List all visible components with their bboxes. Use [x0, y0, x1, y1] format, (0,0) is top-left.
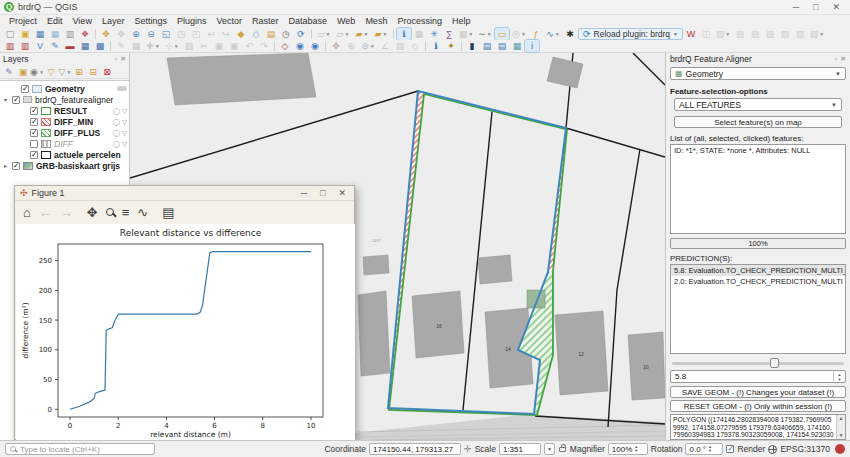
scale-lock-icon[interactable] [559, 447, 566, 452]
save-edits-icon[interactable]: ▦ [129, 40, 143, 52]
pan-to-selection-icon[interactable]: ✥ [114, 28, 128, 40]
reload-plugin-button[interactable]: ⟳Reload plugin: brdrq▼ [578, 28, 683, 40]
figure-titlebar[interactable]: ✣ Figure 1 ─ □ ✕ [15, 186, 354, 201]
temporal-controller-icon[interactable]: ◷ [279, 28, 293, 40]
expand-all-icon[interactable]: ⊞ [73, 66, 85, 78]
manage-map-themes-icon[interactable]: ◉▼ [31, 66, 43, 78]
slider-handle[interactable] [770, 358, 779, 368]
delete-selected-icon[interactable]: ▨ [182, 40, 196, 52]
edit-tool-e-icon[interactable]: ▨ [793, 28, 807, 40]
info-checked-icon[interactable]: i [525, 40, 539, 52]
reshape-icon[interactable]: ∠ [378, 40, 392, 52]
layer-visibility-checkbox[interactable] [30, 140, 38, 148]
features-combo[interactable]: ALL FEATURES ▼ [674, 98, 842, 111]
prediction-slider[interactable] [672, 357, 844, 369]
annotation-pen-icon[interactable]: ✎ [48, 40, 62, 52]
redo-icon[interactable]: ↷ [257, 40, 271, 52]
customize-icon[interactable]: ∿ [137, 206, 148, 219]
profile-plot-icon[interactable]: ∿▼ [544, 28, 562, 40]
menu-database[interactable]: Database [284, 16, 333, 26]
blue-table-a-icon[interactable]: ▤ [480, 40, 494, 52]
menu-view[interactable]: View [68, 16, 97, 26]
rotation-spin[interactable]: 0.0 °▲▼ [685, 443, 723, 455]
history-icon[interactable]: ▧▼ [714, 28, 732, 40]
menu-layer[interactable]: Layer [97, 16, 130, 26]
paste-features-icon[interactable]: ▣ [227, 40, 241, 52]
render-checkbox[interactable] [726, 445, 734, 453]
menu-project[interactable]: Project [4, 16, 42, 26]
menu-mesh[interactable]: Mesh [360, 16, 392, 26]
prediction-list-item[interactable]: 2.0: Evaluation.TO_CHECK_PREDICTION_MULT… [671, 276, 845, 287]
layer-row-diff-min[interactable]: DIFF_MIN◯▽ [0, 116, 129, 127]
coordinate-input[interactable]: 174150.44, 179313.27 [369, 443, 461, 455]
open-layer-styling-icon[interactable]: ✎ [3, 66, 15, 78]
magnifier-spin[interactable]: 100%▲▼ [608, 443, 648, 455]
zoom-out-icon[interactable]: ⊖ [144, 28, 158, 40]
layer-row-diff[interactable]: DIFF◯▽ [0, 138, 129, 149]
debug-icon[interactable]: ✱ [563, 28, 577, 40]
panel-undock-icon[interactable]: ▫ [115, 55, 117, 63]
pan-map-icon[interactable]: ✥ [99, 28, 113, 40]
expander-icon[interactable]: ▾ [2, 96, 9, 103]
wkt-scrollbar[interactable]: ▲▼ [836, 415, 845, 439]
features-list[interactable]: ID: *1*, STATE: *none *, Attributes: NUL… [670, 144, 846, 234]
layer-visibility-checkbox[interactable] [30, 151, 38, 159]
minimize-icon[interactable]: ─ [793, 2, 799, 12]
panel-close-icon[interactable]: ✕ [840, 55, 846, 63]
predictions-list[interactable]: 5.8: Evaluation.TO_CHECK_PREDICTION_MULT… [670, 264, 846, 354]
figure-minimize-icon[interactable]: ─ [301, 188, 307, 198]
layer-row-result[interactable]: RESULT◯▽ [0, 105, 129, 116]
menu-raster[interactable]: Raster [247, 16, 284, 26]
new-bookmark-icon[interactable]: ◆ [234, 28, 248, 40]
layer-row-grb-basiskaart-grijs[interactable]: ▸GRB-basiskaart grijs [0, 160, 129, 171]
close-icon[interactable]: ✕ [832, 2, 840, 12]
add-raster-layer-icon[interactable]: ▰▼ [372, 28, 390, 40]
wkt-textarea[interactable]: POLYGON ((174146.28028394008 179382.7969… [670, 414, 846, 440]
edit-tool-a-icon[interactable]: ▧ [733, 28, 747, 40]
edit-tool-f-icon[interactable]: ▧▼ [808, 28, 826, 40]
processing-model-icon[interactable]: ◫ [699, 28, 713, 40]
save-geom-button[interactable]: SAVE GEOM - (!) Changes your dataset (!) [670, 386, 846, 398]
identify-features-icon[interactable]: ℹ [397, 28, 411, 40]
layer-row-geometry[interactable]: Geometry [0, 83, 129, 94]
edit-tool-b-icon[interactable]: ▧ [748, 28, 762, 40]
figure-canvas[interactable]: 0246810050100150200250Relevant distance … [16, 224, 353, 438]
menu-plugins[interactable]: Plugins [172, 16, 212, 26]
zoom-to-layer-icon[interactable]: ◰ [189, 28, 203, 40]
copy-features-icon[interactable]: ▣ [212, 40, 226, 52]
zoom-in-icon[interactable]: ⊕ [129, 28, 143, 40]
layer-visibility-checkbox[interactable] [30, 118, 38, 126]
merge-features-icon[interactable]: ◇ [408, 40, 422, 52]
menu-edit[interactable]: Edit [42, 16, 68, 26]
identify-circle-a-icon[interactable]: ◉ [293, 40, 307, 52]
zoom-next-icon[interactable]: ↪ [219, 28, 233, 40]
show-bookmarks-icon[interactable]: ◇ [249, 28, 263, 40]
menu-help[interactable]: Help [447, 16, 476, 26]
remove-layer-icon[interactable]: ⊠ [101, 66, 113, 78]
relevant-distance-spinbox[interactable]: 5.8 ▲▼ [670, 370, 846, 383]
layer-select-combo[interactable]: ▦ Geometry ▼ [670, 67, 846, 80]
maximize-icon[interactable]: □ [813, 2, 818, 12]
attribute-table-icon[interactable]: ▦▼ [457, 28, 475, 40]
spin-down-icon[interactable]: ▼ [838, 377, 842, 382]
zoom-to-selection-icon[interactable]: ◳ [174, 28, 188, 40]
add-vector-layer-icon[interactable]: ▰▼ [353, 28, 371, 40]
panel-close-icon[interactable]: ✕ [120, 55, 126, 63]
wrench-icon[interactable]: ✦ [444, 40, 458, 52]
pan-icon[interactable]: ✥ [87, 206, 98, 219]
svg-annotation-icon[interactable]: ▩ [93, 40, 107, 52]
open-project-icon[interactable]: ▣ [18, 28, 32, 40]
map-tips-icon[interactable]: ▭ [495, 28, 509, 40]
dark-panel-icon[interactable]: ▮ [465, 40, 479, 52]
reset-geom-button[interactable]: RESET GEOM - (!) Only within session (!) [670, 400, 846, 412]
style-manager-icon[interactable]: ❖ [78, 28, 92, 40]
db-manager-icon[interactable]: ▥ [3, 40, 17, 52]
feature-list-item[interactable]: ID: *1*, STATE: *none *, Attributes: NUL… [671, 145, 845, 156]
panel-undock-icon[interactable]: ▫ [835, 55, 837, 63]
python-console-icon[interactable]: ƒ [529, 28, 543, 40]
save-project-as-icon[interactable]: ▦ [48, 28, 62, 40]
prediction-list-item[interactable]: 5.8: Evaluation.TO_CHECK_PREDICTION_MULT… [671, 265, 845, 276]
undo-icon[interactable]: ↶ [242, 40, 256, 52]
identify-circle-b-icon[interactable]: ◉ [308, 40, 322, 52]
move-feature-icon[interactable]: ✥ [329, 40, 343, 52]
